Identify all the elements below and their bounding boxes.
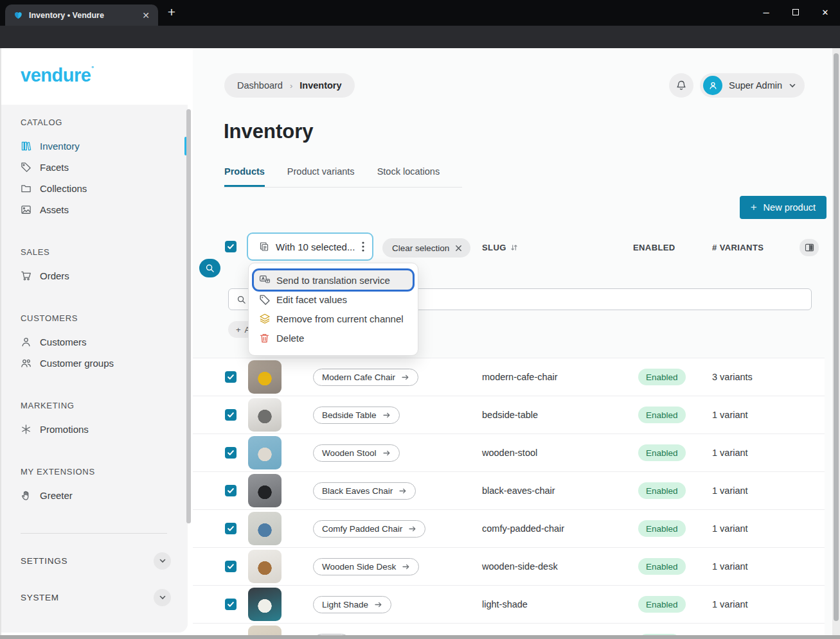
trash-icon — [259, 333, 271, 344]
tab-product-variants[interactable]: Product variants — [287, 166, 355, 187]
user-avatar — [703, 76, 722, 95]
product-thumbnail — [248, 474, 281, 507]
window-edge — [0, 48, 1, 639]
menu-item-label: Delete — [276, 333, 304, 344]
tab-close-icon[interactable]: ✕ — [140, 10, 152, 21]
people-icon — [21, 358, 31, 369]
clear-selection-button[interactable]: Clear selection — [382, 238, 470, 258]
variant-count: 1 variant — [712, 486, 748, 496]
tag-icon — [259, 294, 271, 305]
page-scrollbar[interactable] — [832, 48, 840, 639]
chevron-down-icon[interactable] — [154, 552, 171, 570]
product-name-link[interactable]: Wooden Side Desk — [313, 558, 419, 575]
sparkle-icon — [21, 424, 31, 435]
logo-mark: ˚ — [91, 65, 94, 74]
product-name-link[interactable]: Black Eaves Chair — [313, 482, 416, 500]
table-row: Modern Cafe Chair modern-cafe-chair Enab… — [193, 358, 825, 396]
notifications-button[interactable] — [669, 73, 693, 98]
sidebar-item-assets[interactable]: Assets — [0, 199, 188, 220]
sort-icon[interactable] — [510, 243, 518, 252]
arrow-right-icon — [374, 600, 382, 609]
search-icon — [237, 295, 246, 304]
sidebar-item-inventory[interactable]: Inventory — [0, 136, 188, 157]
breadcrumb-item-dashboard[interactable]: Dashboard — [237, 80, 283, 91]
bulk-actions-button[interactable]: With 10 selected... — [247, 232, 373, 261]
menu-item-edit-facet-values[interactable]: Edit facet values — [254, 290, 413, 309]
product-name: Modern Cafe Chair — [322, 372, 395, 382]
sidebar-item-customers[interactable]: Customers — [0, 331, 188, 353]
new-tab-button[interactable]: + — [163, 3, 181, 21]
search-toggle-button[interactable] — [199, 259, 220, 277]
browser-window: Inventory • Vendure ✕ + ─ ✕ ! localhost:… — [0, 0, 840, 639]
tab-products[interactable]: Products — [224, 166, 265, 187]
column-header-slug[interactable]: SLUG — [482, 243, 518, 252]
layers-icon — [259, 313, 271, 324]
sidebar-section-label: MY EXTENSIONS — [0, 467, 188, 477]
select-all-checkbox[interactable] — [225, 241, 237, 252]
chevron-down-icon[interactable] — [154, 589, 171, 606]
sidebar-item-collections[interactable]: Collections — [0, 178, 188, 199]
new-product-button[interactable]: + New product — [740, 196, 827, 219]
product-thumbnail — [248, 550, 281, 583]
menu-item-send-to-translation-service[interactable]: Send to translation service — [254, 270, 413, 290]
table-row: Light Shade light-shade Enabled 1 varian… — [193, 586, 825, 624]
product-name-link[interactable]: Comfy Padded Chair — [313, 520, 425, 538]
row-checkbox[interactable] — [225, 485, 237, 496]
column-settings-button[interactable] — [800, 239, 819, 256]
sidebar-scrollbar[interactable] — [186, 109, 191, 523]
window-minimize-button[interactable]: ─ — [751, 0, 781, 24]
vendure-favicon-icon — [13, 10, 23, 20]
product-slug: comfy-padded-chair — [482, 523, 564, 534]
menu-item-remove-from-channel[interactable]: Remove from current channel — [254, 309, 413, 328]
menu-item-delete[interactable]: Delete — [254, 328, 413, 347]
clear-selection-label: Clear selection — [392, 243, 449, 253]
hand-icon — [21, 490, 31, 501]
browser-tab[interactable]: Inventory • Vendure ✕ — [5, 4, 158, 26]
product-name-link[interactable]: Bedside Table — [313, 407, 400, 424]
product-thumbnail — [248, 398, 281, 432]
vendure-logo[interactable]: vendure˚ — [21, 65, 94, 86]
product-name: Comfy Padded Chair — [322, 524, 402, 534]
row-checkbox[interactable] — [225, 561, 237, 572]
breadcrumb-item-inventory[interactable]: Inventory — [299, 80, 341, 91]
plus-icon: + — [751, 201, 757, 214]
plus-icon: + — [236, 325, 241, 335]
kebab-menu-icon[interactable] — [362, 241, 364, 252]
tab-stock-locations[interactable]: Stock locations — [377, 166, 440, 187]
table-row: Wooden Stool wooden-stool Enabled 1 vari… — [193, 434, 825, 472]
sidebar-item-label: Facets — [40, 162, 69, 173]
sidebar-item-orders[interactable]: Orders — [0, 265, 188, 286]
product-name-link[interactable]: Wooden Stool — [313, 444, 400, 462]
product-name-link[interactable]: Modern Cafe Chair — [313, 369, 418, 386]
sidebar-item-label: Collections — [40, 183, 87, 194]
scrollbar-thumb[interactable] — [834, 53, 839, 621]
sidebar-item-promotions[interactable]: Promotions — [0, 419, 188, 440]
user-menu[interactable]: Super Admin — [700, 73, 805, 98]
chevron-down-icon — [789, 82, 796, 89]
system-label: SYSTEM — [21, 593, 59, 602]
row-checkbox[interactable] — [225, 599, 237, 610]
window-maximize-button[interactable] — [781, 0, 810, 24]
breadcrumb[interactable]: Dashboard › Inventory — [224, 73, 355, 98]
sidebar-item-greeter[interactable]: Greeter — [0, 485, 188, 506]
breadcrumb-separator-icon: › — [290, 81, 292, 91]
search-icon — [205, 263, 215, 273]
sidebar-item-label: Customers — [40, 337, 87, 347]
sidebar-section-label: CATALOG — [0, 118, 188, 127]
row-checkbox[interactable] — [225, 371, 237, 383]
column-header-variants[interactable]: # VARIANTS — [712, 243, 764, 252]
window-close-button[interactable]: ✕ — [810, 0, 840, 24]
menu-item-label: Edit facet values — [276, 294, 347, 305]
product-name-link[interactable]: Light Shade — [313, 596, 391, 613]
row-checkbox[interactable] — [225, 409, 237, 421]
column-header-enabled[interactable]: ENABLED — [633, 243, 675, 252]
sidebar-item-facets[interactable]: Facets — [0, 157, 188, 178]
sidebar-section-settings[interactable]: SETTINGS — [0, 551, 188, 570]
sidebar-item-customer-groups[interactable]: Customer groups — [0, 353, 188, 374]
status-badge: Enabled — [638, 520, 686, 537]
vendure-admin-app: vendure˚ CATALOGInventoryFacetsCollectio… — [0, 48, 840, 639]
row-checkbox[interactable] — [225, 447, 237, 459]
sidebar-section-system[interactable]: SYSTEM — [0, 588, 188, 607]
product-name: Black Eaves Chair — [322, 486, 393, 496]
row-checkbox[interactable] — [225, 523, 237, 534]
